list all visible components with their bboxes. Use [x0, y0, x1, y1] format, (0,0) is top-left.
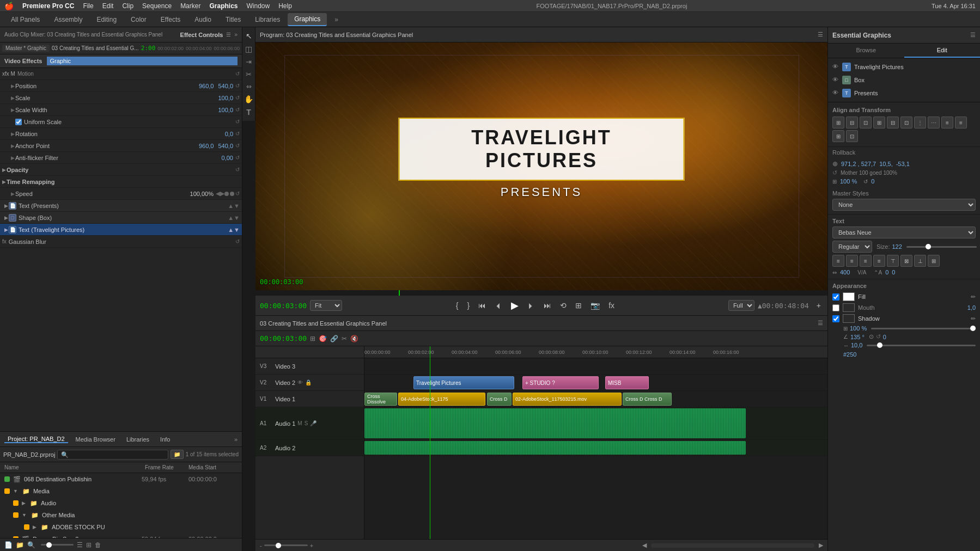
audio-expand-icon[interactable]: ▶	[22, 500, 26, 506]
tl-scroll-right[interactable]: ▶	[819, 542, 823, 549]
align-bottom[interactable]: ⊡	[900, 117, 912, 128]
tab-titles[interactable]: Titles	[219, 14, 247, 26]
align-center-h[interactable]: ⊟	[846, 117, 858, 128]
panel-expand-icon[interactable]: »	[234, 32, 238, 38]
stroke-color-swatch[interactable]	[843, 303, 855, 312]
anti-flicker-reset[interactable]: ↺	[235, 155, 240, 161]
fill-checkbox[interactable]	[832, 293, 839, 301]
shadow-checkbox[interactable]	[832, 315, 839, 322]
speed-keyframe-prev[interactable]	[224, 192, 229, 196]
scale-val[interactable]: 100,0	[218, 95, 233, 101]
tl-zoom-out[interactable]: -	[260, 542, 262, 549]
shadow-opacity-slider[interactable]	[871, 328, 976, 329]
shadow-color-swatch[interactable]	[843, 314, 855, 323]
other-media-expand-icon[interactable]: ▼	[22, 512, 27, 518]
menu-marker[interactable]: Marker	[180, 2, 200, 10]
text-align-left[interactable]: ≡	[832, 255, 844, 267]
safe-btn[interactable]: ⊞	[573, 300, 584, 311]
mark-in-btn[interactable]: {	[454, 300, 461, 311]
eg-layer-box[interactable]: 👁 □ Box	[828, 74, 980, 87]
a1-solo[interactable]: S	[305, 420, 308, 426]
project-search-input[interactable]	[57, 450, 168, 460]
tab-all-panels[interactable]: All Panels	[4, 14, 46, 26]
clip-misb[interactable]: MISB	[605, 376, 649, 389]
font-style-select[interactable]: Regular	[832, 241, 872, 253]
media-expand-icon[interactable]: ▼	[13, 488, 18, 494]
speed-keyframe-next[interactable]	[230, 192, 234, 196]
tl-tool3[interactable]: 🔗	[330, 335, 338, 342]
text-tool[interactable]: T	[246, 108, 251, 117]
project-tab-media-browser[interactable]: Media Browser	[72, 436, 119, 443]
uniform-scale-reset[interactable]: ↺	[235, 119, 240, 125]
adobe-stock-expand-icon[interactable]: ▶	[33, 524, 36, 530]
audio-clip-1[interactable]	[364, 408, 746, 438]
align-top[interactable]: ⊞	[873, 117, 885, 128]
anchor-x[interactable]: 960,0	[199, 143, 214, 149]
scale-width-reset[interactable]: ↺	[235, 107, 240, 113]
menu-help[interactable]: Help	[278, 2, 292, 10]
shadow-rotation-dial[interactable]: ⊙	[869, 333, 874, 340]
add-marker-btn[interactable]: +	[814, 300, 823, 311]
master-graphic-label[interactable]: Master * Graphic	[2, 45, 50, 52]
travelight-controls[interactable]: ▲▼	[228, 226, 240, 233]
project-tab-project[interactable]: Project: PR_NAB_D2	[4, 436, 68, 443]
v2-eye[interactable]: 👁	[297, 379, 303, 385]
apple-menu[interactable]: 🍎	[4, 2, 14, 10]
anchor-reset[interactable]: ↺	[235, 143, 240, 149]
anchor-y[interactable]: 540,0	[218, 143, 233, 149]
align-extra1[interactable]: ≡	[941, 117, 953, 128]
tl-tool1[interactable]: ⊞	[310, 335, 315, 342]
search-foot-btn[interactable]: 🔍	[27, 541, 35, 549]
clip-adobestock-2[interactable]: 02-AdobeStock_117503215.mov	[513, 393, 622, 406]
eg-layer-travelight[interactable]: 👁 T Travelight Pictures	[828, 60, 980, 74]
resolution-select[interactable]: Full1/21/4	[728, 300, 754, 311]
eg-layer-presents[interactable]: 👁 T Presents	[828, 87, 980, 100]
step-fwd-btn[interactable]: ⏵	[525, 300, 537, 311]
motion-reset[interactable]: ↺	[235, 71, 240, 77]
pos-offset[interactable]: 10,5,	[879, 161, 892, 167]
fill-edit[interactable]: ✏	[971, 293, 976, 301]
font-size-slider[interactable]	[906, 246, 977, 248]
rotation-degrees[interactable]: 0	[871, 178, 874, 185]
timeline-menu[interactable]: ☰	[818, 320, 823, 327]
selection-tool[interactable]: ↖	[246, 32, 252, 40]
file-media-folder[interactable]: ▼ 📁 Media	[0, 485, 242, 497]
col-start[interactable]: Media Start	[188, 464, 238, 470]
track-select-tool[interactable]: ◫	[245, 45, 252, 53]
text-align-right[interactable]: ≡	[860, 255, 872, 267]
position-x[interactable]: 960,0	[199, 83, 214, 89]
anti-flicker-val[interactable]: 0,00	[222, 155, 233, 161]
distribute-h[interactable]: ⋮	[914, 117, 926, 128]
file-other-media-folder[interactable]: ▼ 📁 Other Media	[0, 509, 242, 521]
fit-select[interactable]: Fit25%50%75%100%	[310, 300, 342, 311]
tl-scroll-bar[interactable]	[651, 543, 814, 548]
new-bin-btn[interactable]: 📁	[171, 450, 184, 459]
text-align-middle[interactable]: ⊠	[900, 255, 912, 267]
program-scrub-bar[interactable]	[255, 290, 827, 296]
distribute-v[interactable]: ⋯	[928, 117, 940, 128]
menu-sequence[interactable]: Sequence	[142, 2, 172, 10]
eg-tab-browse[interactable]: Browse	[828, 44, 904, 58]
eg-menu[interactable]: ☰	[970, 32, 976, 39]
speed-val[interactable]: 100,00%	[190, 191, 214, 197]
vis-presents[interactable]: 👁	[832, 89, 840, 97]
align-extra3[interactable]: ⊞	[832, 130, 844, 142]
align-extra4[interactable]: ⊡	[846, 130, 858, 142]
new-item-btn[interactable]: 📄	[4, 541, 13, 549]
effect-controls-tab[interactable]: Effect Controls	[180, 32, 223, 38]
tl-tool5[interactable]: 🔇	[350, 335, 358, 342]
tl-zoom-in[interactable]: +	[310, 542, 313, 549]
ripple-tool[interactable]: ⇥	[246, 58, 252, 66]
vis-travelight[interactable]: 👁	[832, 63, 840, 71]
text-align-center[interactable]: ≡	[846, 255, 858, 267]
tl-tool4[interactable]: ✂	[342, 335, 347, 342]
panel-menu-icon[interactable]: ☰	[226, 32, 231, 38]
gaussian-blur-reset[interactable]: ↺	[235, 238, 240, 244]
file-adobe-stock[interactable]: ▶ 📁 ADOBE STOCK PU	[0, 521, 242, 533]
tab-color[interactable]: Color	[124, 14, 153, 26]
font-size-val[interactable]: 122	[892, 243, 902, 250]
align-right[interactable]: ⊡	[860, 117, 872, 128]
project-icon-size-slider[interactable]	[41, 544, 74, 546]
pos-xy[interactable]: 971,2 , 527,7	[841, 161, 876, 167]
shadow-hash-val[interactable]: #250	[843, 351, 856, 358]
